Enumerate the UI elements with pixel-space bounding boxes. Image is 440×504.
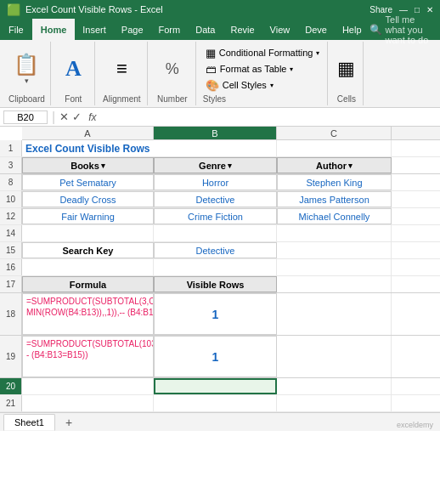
cell-c21[interactable] <box>277 395 392 411</box>
tab-help[interactable]: Help <box>335 19 369 40</box>
row-num: 1 <box>0 140 22 156</box>
formula-cancel-icon[interactable]: ✕ <box>59 110 69 123</box>
table-row: 17 Formula Visible Rows <box>0 276 440 293</box>
minimize-icon[interactable]: — <box>399 5 408 14</box>
cell-b15[interactable]: Detective <box>154 242 277 258</box>
alignment-label: Alignment <box>103 94 140 104</box>
cell-c14[interactable] <box>277 225 392 241</box>
cell-b10[interactable]: Detective <box>154 191 277 207</box>
share-button[interactable]: Share <box>369 5 392 14</box>
maximize-icon[interactable]: □ <box>415 5 420 14</box>
alignment-group: ≡ Alignment <box>97 42 148 105</box>
table-row: 8 Pet Sematary Horror Stephen King <box>0 174 440 191</box>
font-group: A Font <box>53 42 95 105</box>
tab-data[interactable]: Data <box>188 19 223 40</box>
tab-insert[interactable]: Insert <box>75 19 114 40</box>
cell-c1[interactable] <box>277 140 392 156</box>
cell-a8[interactable]: Pet Sematary <box>22 174 154 190</box>
cell-a3[interactable]: Books ▾ <box>22 157 154 173</box>
row-num: 16 <box>0 259 22 275</box>
tab-view[interactable]: View <box>262 19 298 40</box>
cell-b16[interactable] <box>154 259 277 275</box>
cell-a15[interactable]: Search Key <box>22 242 154 258</box>
filter-icon-genre[interactable]: ▾ <box>228 161 232 170</box>
clipboard-button[interactable]: 📋 ▾ <box>12 51 41 87</box>
cell-styles-dropdown-icon: ▾ <box>270 82 274 89</box>
cell-reference-box[interactable]: B20 <box>3 110 48 124</box>
format-as-table-button[interactable]: 🗃 Format as Table ▾ <box>203 62 323 76</box>
cell-b3[interactable]: Genre ▾ <box>154 157 277 173</box>
cell-c12[interactable]: Michael Connelly <box>277 208 392 224</box>
number-group: % Number <box>149 42 196 105</box>
cell-b18[interactable]: 1 <box>154 293 277 335</box>
number-icon[interactable]: % <box>166 60 179 78</box>
cell-b12[interactable]: Crime Fiction <box>154 208 277 224</box>
tab-file[interactable]: File <box>0 19 32 40</box>
table-row: 16 <box>0 259 440 276</box>
cell-c10[interactable]: James Patterson <box>277 191 392 207</box>
cell-c19[interactable] <box>277 336 392 377</box>
col-header-a[interactable]: A <box>22 127 154 139</box>
sheet-tab-sheet1[interactable]: Sheet1 <box>3 414 55 431</box>
cell-c17[interactable] <box>277 276 392 292</box>
cell-c8[interactable]: Stephen King <box>277 174 392 190</box>
cell-b20[interactable] <box>154 378 277 394</box>
tab-page[interactable]: Page <box>114 19 151 40</box>
tab-home[interactable]: Home <box>32 19 76 40</box>
table-row: 10 Deadly Cross Detective James Patterso… <box>0 191 440 208</box>
tab-formulas[interactable]: Form <box>151 19 189 40</box>
tab-review[interactable]: Revie <box>223 19 262 40</box>
col-header-b[interactable]: B <box>154 127 277 139</box>
cell-b19[interactable]: 1 <box>154 336 277 377</box>
formula-confirm-icon[interactable]: ✓ <box>72 110 82 123</box>
cell-a18[interactable]: =SUMPRODUCT(SUBTOTAL(3,OFFSET(B4:B13,ROW… <box>22 293 154 335</box>
cell-b14[interactable] <box>154 225 277 241</box>
tab-developer[interactable]: Deve <box>297 19 335 40</box>
cell-styles-button[interactable]: 🎨 Cell Styles ▾ <box>203 78 323 93</box>
cell-b17[interactable]: Visible Rows <box>154 276 277 292</box>
cell-a19[interactable]: =SUMPRODUCT(SUBTOTAL(103,INDIRECT("B"&RO… <box>22 336 154 377</box>
cell-a16[interactable] <box>22 259 154 275</box>
table-row: 21 <box>0 395 440 412</box>
styles-label: Styles <box>203 94 323 104</box>
filter-icon-author[interactable]: ▾ <box>348 161 353 170</box>
search-icon: 🔍 <box>369 24 382 36</box>
number-label: Number <box>157 94 188 104</box>
table-row: 20 <box>0 378 440 395</box>
row-num: 19 <box>0 336 22 377</box>
cells-label: Cells <box>337 94 356 104</box>
cell-c20[interactable] <box>277 378 392 394</box>
font-icon[interactable]: A <box>65 56 82 82</box>
cell-c16[interactable] <box>277 259 392 275</box>
row-num: 15 <box>0 242 22 258</box>
row-num: 3 <box>0 157 22 173</box>
clipboard-group: 📋 ▾ Clipboard <box>3 42 51 105</box>
cell-c15[interactable] <box>277 242 392 258</box>
cell-a12[interactable]: Fair Warning <box>22 208 154 224</box>
table-row: 12 Fair Warning Crime Fiction Michael Co… <box>0 208 440 225</box>
cell-c18[interactable] <box>277 293 392 335</box>
cell-a10[interactable]: Deadly Cross <box>22 191 154 207</box>
row-num: 14 <box>0 225 22 241</box>
cells-icon[interactable]: ▦ <box>337 58 355 80</box>
alignment-icon[interactable]: ≡ <box>116 58 127 80</box>
cell-c3[interactable]: Author ▾ <box>277 157 392 173</box>
cell-a14[interactable] <box>22 225 154 241</box>
cell-b21[interactable] <box>154 395 277 411</box>
cells-group: ▦ Cells <box>330 42 364 105</box>
cell-a1[interactable]: Excel Count Visible Rows <box>22 140 277 156</box>
cell-a17[interactable]: Formula <box>22 276 154 292</box>
row-num: 18 <box>0 293 22 335</box>
format-table-icon: 🗃 <box>206 63 217 76</box>
cell-a20[interactable] <box>22 378 154 394</box>
col-header-c[interactable]: C <box>277 127 392 139</box>
filter-icon-books[interactable]: ▾ <box>101 161 105 170</box>
close-icon[interactable]: ✕ <box>426 5 433 14</box>
conditional-formatting-button[interactable]: ▦ Conditional Formatting ▾ <box>203 46 323 60</box>
cell-a21[interactable] <box>22 395 154 411</box>
cell-styles-icon: 🎨 <box>206 79 219 92</box>
cell-b8[interactable]: Horror <box>154 174 277 190</box>
tell-me-input[interactable]: Tell me what you want to do <box>386 14 435 45</box>
cond-format-dropdown-icon: ▾ <box>316 49 319 57</box>
add-sheet-button[interactable]: + <box>59 414 79 431</box>
